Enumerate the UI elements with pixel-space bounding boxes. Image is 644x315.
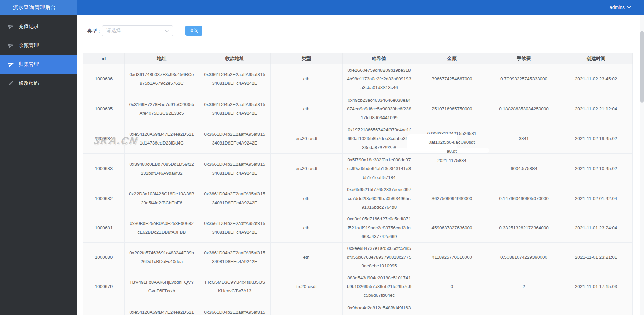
cell-amount: 2510716965750000 bbox=[416, 94, 488, 124]
table-row: 1000683 0x39480c0EBd7085Dd1D59f22232bdfD… bbox=[83, 154, 633, 184]
cell-id: 1000678 bbox=[83, 301, 125, 315]
column-header-类型: 类型 bbox=[271, 53, 343, 64]
cell-created-at: 2021-11-02 01:42:04 bbox=[560, 184, 633, 213]
records-table: id地址收款地址类型哈希值金额手续费创建时间 1000686 0xd361748… bbox=[83, 53, 632, 315]
column-header-地址: 地址 bbox=[125, 53, 199, 64]
cell-fee: 0.188286353034250000 bbox=[488, 94, 560, 124]
cell-recv-address: 0x3661D04b2E2aaffA95af81534081D8EFc4A924… bbox=[199, 64, 271, 94]
table-row: 1000685 0x3169E7278F5e7d91eC2835bAfe4075… bbox=[83, 94, 633, 124]
column-header-创建时间: 创建时间 bbox=[560, 53, 633, 64]
cell-fee: 2 bbox=[488, 272, 560, 301]
user-menu[interactable]: admins bbox=[610, 0, 631, 15]
cell-address: 0x39480c0EBd7085Dd1D59f22232bdfD46A9da9f… bbox=[125, 154, 199, 184]
cell-recv-address: 0x3661D04b2E2aaffA95af81534081D8EFc4A924… bbox=[199, 213, 271, 243]
cell-hash: 0x9baa4d2a812e548f6d49f163bea209152aabd1… bbox=[343, 301, 416, 315]
cell-created-at: 2021-11-01 23:24:04 bbox=[560, 213, 633, 243]
cell-amount: 3966774254667000 bbox=[416, 64, 488, 94]
table-row: 1000680 0x202fa57463691c483244F39b26Dd1c… bbox=[83, 243, 633, 272]
cell-type: eth bbox=[271, 94, 343, 124]
table-row: 1000684 0xe54120A69fB47E24ea2D5211d14736… bbox=[83, 124, 633, 154]
cell-created-at: 2021-11-01 13:45:02 bbox=[560, 301, 633, 315]
cell-id: 1000681 bbox=[83, 213, 125, 243]
column-header-手续费: 手续费 bbox=[488, 53, 560, 64]
table-row: 1000679 TBV491Fo8AAx6HjLvodnFQVYGvuF6FDx… bbox=[83, 272, 633, 301]
chevron-down-icon bbox=[627, 6, 631, 9]
cell-recv-address: 0x3661D04b2E2aaffA95af81534081D8EFc4A924… bbox=[199, 154, 271, 184]
cell-created-at: 2021-11-02 19:45:02 bbox=[560, 124, 633, 154]
cell-created-at: 2021-11-01 17:15:03 bbox=[560, 272, 633, 301]
app-window: 流水查询管理后台 admins 充值记录 余额管理 归集管理 修改密码 类型 :… bbox=[0, 0, 644, 315]
username: admins bbox=[610, 5, 625, 10]
table-row: 1000678 0xe54120A69fB47E24ea2D5211d14736… bbox=[83, 301, 633, 315]
cell-type: erc20-usdt bbox=[271, 154, 343, 184]
sidebar-item-余额管理[interactable]: 余额管理 bbox=[0, 36, 77, 55]
chevron-down-icon bbox=[165, 28, 169, 34]
cell-type: erc20-usdt bbox=[271, 124, 343, 154]
column-header-收款地址: 收款地址 bbox=[199, 53, 271, 64]
sidebar-item-修改密码[interactable]: 修改密码 bbox=[0, 74, 77, 93]
table-header-row: id地址收款地址类型哈希值金额手续费创建时间 bbox=[83, 53, 633, 64]
cell-address: 0x22D3a103f426C18De10A38B29e5f4fd2fBCbEb… bbox=[125, 184, 199, 213]
paper-plane-icon bbox=[8, 24, 14, 29]
cell-recv-address: 0x3661D04b2E2aaffA95af81534081D8EFc4A924… bbox=[199, 124, 271, 154]
cell-fee: 3842 bbox=[488, 301, 560, 315]
sidebar-item-label: 充值记录 bbox=[19, 23, 39, 30]
cell-amount: 3627509094930000 bbox=[416, 184, 488, 213]
cell-address: 0x3169E7278F5e7d91eC2835bAfe4075D3CB2E33… bbox=[125, 94, 199, 124]
top-bar bbox=[0, 0, 644, 15]
cell-address: 0x30BdE25eB0A0E258Ed0682cE62BDc21DB8fA0F… bbox=[125, 213, 199, 243]
cell-type: erc20-usdt bbox=[271, 301, 343, 315]
table-row: 1000686 0xd361748b037F3c93c456BCe875b1A6… bbox=[83, 64, 633, 94]
pencil-icon bbox=[8, 80, 14, 86]
cell-created-at: 2021-11-01 23:21:01 bbox=[560, 243, 633, 272]
ghost-text-3: 2021-1175884 bbox=[416, 158, 488, 163]
column-header-id: id bbox=[83, 53, 125, 64]
cell-fee: 0.50881074229390000 bbox=[488, 243, 560, 272]
cell-fee: 6004.575884 bbox=[488, 154, 560, 184]
cell-id: 1000683 bbox=[83, 154, 125, 184]
scrollbar-thumb[interactable] bbox=[640, 31, 644, 103]
cell-recv-address: 0x3661D04b2E2aaffA95af81534081D8EFc4A924… bbox=[199, 301, 271, 315]
cell-hash: 0xe2660e759d48209b19be3184b98c1173a0e2fe… bbox=[343, 64, 416, 94]
cell-hash: 0xd3c105d7166d27c0c5edf871f521adf919adc2… bbox=[343, 213, 416, 243]
cell-address: 0x202fa57463691c483244F39b26Dd1cBDaFc40d… bbox=[125, 243, 199, 272]
type-filter-label: 类型 : bbox=[87, 28, 100, 34]
search-button[interactable]: 查询 bbox=[185, 26, 202, 36]
cell-amount: 4590637827636000 bbox=[416, 213, 488, 243]
sidebar-item-充值记录[interactable]: 充值记录 bbox=[0, 17, 77, 36]
cell-created-at: 2021-11-02 23:45:02 bbox=[560, 64, 633, 94]
cell-type: eth bbox=[271, 213, 343, 243]
cell-address: TBV491Fo8AAx6HjLvodnFQVYGvuF6FDxxb bbox=[125, 272, 199, 301]
type-select[interactable]: 请选择 bbox=[102, 25, 173, 36]
cell-hash: 0xe6595215f77652837eeec097cc7ddd2f8e6029… bbox=[343, 184, 416, 213]
table-row: 1000681 0x30BdE25eB0A0E258Ed0682cE62BDc2… bbox=[83, 213, 633, 243]
paper-plane-icon bbox=[8, 43, 14, 48]
app-title: 流水查询管理后台 bbox=[0, 0, 77, 15]
type-select-placeholder: 请选择 bbox=[106, 28, 165, 34]
cell-created-at: 2021-11-02 10:45:02 bbox=[560, 154, 633, 184]
vertical-scrollbar bbox=[640, 15, 644, 315]
cell-id: 1000685 bbox=[83, 94, 125, 124]
cell-type: eth bbox=[271, 184, 343, 213]
cell-hash: 0x9ee984737e1ad5c65cfc5d85df055b6763e789… bbox=[343, 243, 416, 272]
cell-id: 1000686 bbox=[83, 64, 125, 94]
cell-recv-address: 0x3661D04b2E2aaffA95af81534081D8EFc4A924… bbox=[199, 243, 271, 272]
cell-recv-address: TTcG5MD3C9YB4x4suuJ5USKHenvCTw7A13 bbox=[199, 272, 271, 301]
cell-hash: 883e543d904e20188e5101741b9b10269557a86e… bbox=[343, 272, 416, 301]
sidebar-menu: 充值记录 余额管理 归集管理 修改密码 bbox=[0, 15, 77, 93]
paper-plane-icon bbox=[8, 61, 14, 67]
cell-id: 1000682 bbox=[83, 184, 125, 213]
sidebar-item-label: 余额管理 bbox=[19, 42, 39, 49]
cell-amount: 4118925770610000 bbox=[416, 243, 488, 272]
cell-fee: 0.70993225745333000 bbox=[488, 64, 560, 94]
ghost-text-2: a8,dt bbox=[416, 149, 488, 154]
cell-type: eth bbox=[271, 64, 343, 94]
cell-address: 0xd361748b037F3c93c456BCe875b1A679c2e576… bbox=[125, 64, 199, 94]
cell-type: trc20-usdt bbox=[271, 272, 343, 301]
table-body: 1000686 0xd361748b037F3c93c456BCe875b1A6… bbox=[83, 64, 633, 315]
cell-fee: 0.147960490905070000 bbox=[488, 184, 560, 213]
cell-id: 1000680 bbox=[83, 243, 125, 272]
sidebar-item-归集管理[interactable]: 归集管理 bbox=[0, 55, 77, 74]
cell-amount: 0 bbox=[416, 272, 488, 301]
sidebar-item-label: 归集管理 bbox=[19, 61, 39, 68]
